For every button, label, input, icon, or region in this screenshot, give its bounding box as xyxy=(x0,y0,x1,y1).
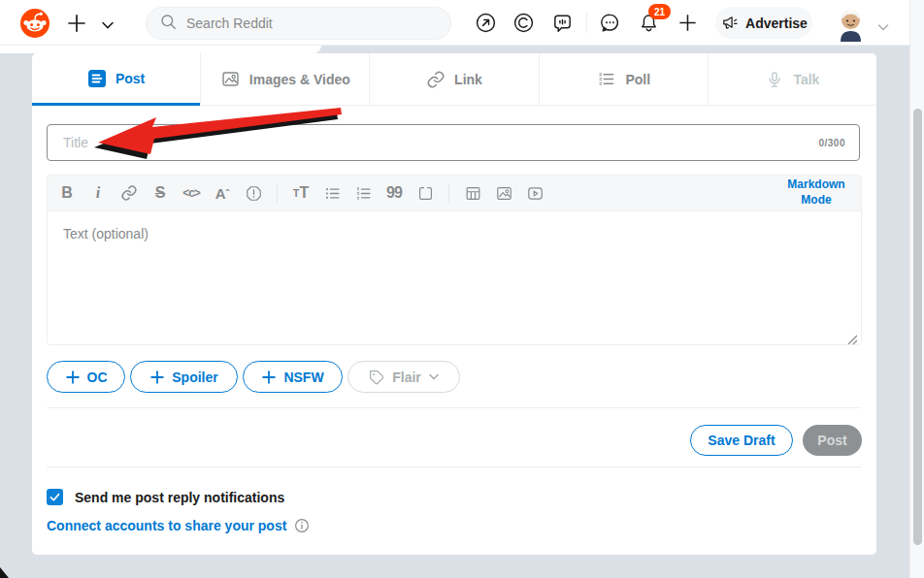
tab-images-video[interactable]: Images & Video xyxy=(200,53,369,106)
create-community-plus-icon[interactable] xyxy=(64,11,89,36)
top-navbar: 21 Advertise xyxy=(0,0,924,46)
markdown-mode-toggle[interactable]: Markdown Mode xyxy=(777,177,855,208)
title-char-counter: 0/300 xyxy=(818,138,859,148)
numbered-list-icon[interactable] xyxy=(347,176,379,210)
post-body-editor: B i S <c> Aˆ TT 99 xyxy=(47,175,862,345)
tab-talk-label: Talk xyxy=(793,72,819,87)
post-type-tabs: Post Images & Video Link Poll xyxy=(32,53,876,106)
info-icon[interactable] xyxy=(293,517,311,534)
heading-icon[interactable]: TT xyxy=(285,176,316,210)
connect-accounts-link[interactable]: Connect accounts to share your post xyxy=(47,518,286,533)
link-chain-icon xyxy=(426,70,446,89)
screen-corner-artifact xyxy=(0,567,9,578)
table-icon[interactable] xyxy=(457,176,488,210)
reply-notifications-label: Send me post reply notifications xyxy=(75,490,284,505)
account-chevron-down-icon[interactable] xyxy=(876,18,890,28)
notification-count-badge: 21 xyxy=(648,4,671,19)
actions-divider xyxy=(47,407,862,408)
navbar-extension xyxy=(0,46,321,53)
tab-link[interactable]: Link xyxy=(369,53,538,106)
create-post-card: Post Images & Video Link Poll xyxy=(32,53,876,555)
submit-actions: Save Draft Post xyxy=(690,425,862,456)
oc-button[interactable]: OC xyxy=(47,361,125,393)
megaphone-icon xyxy=(720,14,740,33)
popular-outbound-icon[interactable] xyxy=(475,12,497,34)
navbar-divider xyxy=(586,13,587,33)
tab-poll[interactable]: Poll xyxy=(539,53,708,106)
coins-icon[interactable] xyxy=(512,12,535,34)
quote-icon[interactable]: 99 xyxy=(379,176,410,210)
footer-divider xyxy=(47,466,862,467)
flair-label: Flair xyxy=(392,369,421,385)
tab-talk[interactable]: Talk xyxy=(708,53,876,106)
title-input[interactable] xyxy=(48,135,818,150)
chevron-down-icon[interactable] xyxy=(100,17,116,29)
tab-post-label: Post xyxy=(116,71,145,86)
post-button[interactable]: Post xyxy=(803,425,862,456)
reply-notifications-row: Send me post reply notifications xyxy=(47,489,284,505)
spoiler-icon[interactable] xyxy=(238,176,269,210)
italic-icon[interactable]: i xyxy=(82,176,114,210)
flair-chevron-down-icon xyxy=(428,372,440,381)
tab-post[interactable]: Post xyxy=(32,53,200,106)
plus-icon xyxy=(149,369,165,385)
superscript-icon[interactable]: Aˆ xyxy=(207,176,238,210)
body-placeholder: Text (optional) xyxy=(63,226,148,241)
strikethrough-icon[interactable]: S xyxy=(145,176,176,210)
chat-icon[interactable] xyxy=(599,12,621,34)
post-tags-row: OC Spoiler NSFW Flair xyxy=(47,361,460,393)
image-icon xyxy=(220,69,241,89)
tab-images-video-label: Images & Video xyxy=(249,72,350,87)
microphone-icon xyxy=(765,70,784,89)
spoiler-label: Spoiler xyxy=(172,369,217,385)
reddit-create-post-page: 21 Advertise xyxy=(0,0,924,578)
oc-label: OC xyxy=(87,369,108,385)
plus-icon xyxy=(261,369,277,385)
insert-video-icon[interactable] xyxy=(519,176,550,210)
tab-poll-label: Poll xyxy=(625,72,650,87)
formatting-toolbar: B i S <c> Aˆ TT 99 xyxy=(48,176,861,211)
advertise-button[interactable]: Advertise xyxy=(715,7,812,39)
toolbar-divider xyxy=(277,183,278,203)
connect-accounts-row[interactable]: Connect accounts to share your post xyxy=(47,517,311,534)
search-icon xyxy=(159,13,178,35)
nsfw-button[interactable]: NSFW xyxy=(243,361,343,393)
resize-handle-icon[interactable] xyxy=(847,332,858,342)
bulleted-list-icon[interactable] xyxy=(316,176,347,210)
advertise-label: Advertise xyxy=(745,16,808,31)
post-body-input[interactable]: Text (optional) xyxy=(48,211,861,345)
flair-button[interactable]: Flair xyxy=(347,361,460,393)
reddit-logo[interactable] xyxy=(20,9,50,38)
save-draft-button[interactable]: Save Draft xyxy=(690,425,793,456)
nsfw-label: NSFW xyxy=(283,369,323,385)
plus-icon xyxy=(65,369,81,385)
reply-notifications-checkbox[interactable] xyxy=(47,489,63,505)
tab-link-label: Link xyxy=(454,72,482,87)
poll-list-icon xyxy=(596,69,616,89)
tag-icon xyxy=(368,369,385,386)
search-input[interactable] xyxy=(186,16,429,31)
scrollbar-track[interactable] xyxy=(909,0,924,578)
post-document-icon xyxy=(87,69,107,88)
talk-live-icon[interactable] xyxy=(551,12,574,34)
inline-code-icon[interactable]: <c> xyxy=(176,176,207,210)
spoiler-button[interactable]: Spoiler xyxy=(130,361,238,393)
code-block-icon[interactable] xyxy=(410,176,441,210)
bold-icon[interactable]: B xyxy=(51,176,82,210)
user-avatar[interactable] xyxy=(832,4,870,42)
search-bar[interactable] xyxy=(146,7,451,40)
link-icon[interactable] xyxy=(114,176,145,210)
title-field[interactable]: 0/300 xyxy=(47,124,860,161)
toolbar-divider xyxy=(448,183,449,203)
create-post-plus-icon[interactable] xyxy=(676,12,699,34)
scrollbar-thumb[interactable] xyxy=(913,109,922,545)
insert-image-icon[interactable] xyxy=(488,176,519,210)
